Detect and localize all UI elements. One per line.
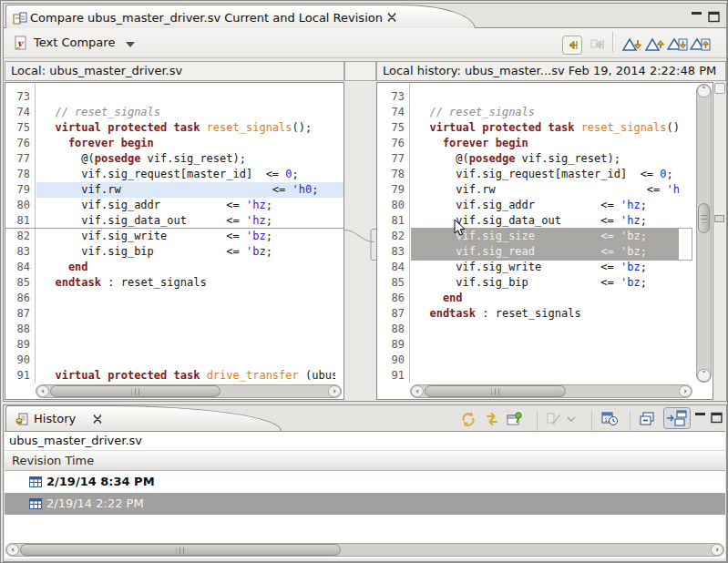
- right-line-number-ruler: 73747576777879808182838485868788899091: [377, 83, 410, 384]
- history-horizontal-scrollbar[interactable]: ‹ ›: [5, 543, 724, 557]
- copy-all-left-icon-disabled[interactable]: [588, 36, 608, 55]
- code-line[interactable]: @(posedge vif.sig_reset);: [416, 151, 620, 167]
- pin-view-icon[interactable]: [506, 410, 524, 428]
- next-change-icon[interactable]: [667, 36, 689, 55]
- scroll-left-icon[interactable]: ‹: [6, 544, 19, 556]
- code-line[interactable]: @(posedge vif.sig_reset);: [42, 151, 246, 167]
- vertical-scrollbar[interactable]: ˄ ˅: [696, 84, 712, 383]
- scroll-right-icon[interactable]: ›: [711, 544, 723, 556]
- history-hscroll-thumb[interactable]: [20, 544, 341, 556]
- next-difference-icon[interactable]: [621, 36, 643, 55]
- line-number: 76: [5, 136, 30, 151]
- code-line[interactable]: vif.sig_request[master_id] <= 0;: [42, 167, 299, 182]
- show-time-icon[interactable]: 12: [600, 410, 619, 428]
- code-line[interactable]: vif.rw <= 'h0;: [42, 182, 318, 198]
- code-line[interactable]: forever begin: [416, 136, 528, 151]
- previous-change-icon[interactable]: [690, 36, 712, 55]
- right-code-area[interactable]: // reset_signals virtual protected task …: [411, 83, 679, 384]
- line-number: 79: [5, 182, 30, 198]
- tab-history[interactable]: History: [5, 405, 282, 431]
- scroll-up-icon[interactable]: ˄: [697, 85, 711, 97]
- scroll-right-icon[interactable]: ›: [328, 385, 341, 397]
- history-minimize-button[interactable]: [694, 412, 707, 424]
- right-pane-header: Local history: ubus_master...sv Feb 19, …: [376, 61, 726, 81]
- code-line[interactable]: endtask : reset_signals: [416, 306, 581, 322]
- compare-mode-toggle-pressed[interactable]: [663, 407, 691, 429]
- revision-icon: [29, 476, 42, 487]
- right-hscroll-thumb[interactable]: [425, 385, 566, 397]
- right-horizontal-scrollbar[interactable]: ‹ ›: [410, 384, 692, 398]
- line-number: 82: [5, 229, 30, 244]
- compare-mode-icon-disabled[interactable]: [545, 410, 563, 428]
- scroll-left-icon[interactable]: ‹: [411, 385, 424, 397]
- copy-current-change-left-icon[interactable]: [562, 36, 582, 55]
- line-number: 78: [5, 167, 30, 182]
- line-number: 91: [5, 368, 30, 384]
- refresh-icon[interactable]: [459, 410, 477, 428]
- code-line[interactable]: end: [416, 291, 463, 306]
- left-horizontal-scrollbar[interactable]: ‹ ›: [36, 384, 342, 398]
- editor-maximize-button[interactable]: [708, 11, 721, 23]
- scroll-right-icon[interactable]: ›: [679, 385, 692, 397]
- history-maximize-button[interactable]: [711, 412, 723, 424]
- code-line[interactable]: vif.sig_data_out <= 'hz;: [42, 213, 272, 229]
- line-number: 73: [377, 89, 405, 105]
- code-line[interactable]: vif.sig_write <= 'bz;: [416, 260, 647, 275]
- revision-icon: [29, 498, 42, 509]
- code-line[interactable]: vif.sig_bip <= 'bz;: [416, 275, 647, 291]
- code-line[interactable]: virtual protected task reset_signals();: [42, 120, 312, 136]
- line-number: 77: [5, 151, 30, 167]
- line-number: 80: [5, 198, 30, 213]
- line-number: 88: [377, 322, 405, 337]
- code-line[interactable]: forever begin: [42, 136, 154, 151]
- vscroll-thumb[interactable]: [698, 203, 710, 233]
- code-line[interactable]: vif.sig_data_out <= 'hz;: [416, 213, 647, 229]
- history-view-icon: [15, 412, 30, 426]
- view-mode-dropdown-icon[interactable]: [126, 42, 135, 47]
- line-number: 79: [377, 182, 405, 198]
- revision-row[interactable]: 2/19/14 2:22 PM: [5, 493, 725, 515]
- diff-overview-marker[interactable]: [714, 215, 724, 222]
- tab-compare-editor[interactable]: Compare ubus_master_driver.sv Current an…: [5, 5, 476, 29]
- revision-row[interactable]: 2/19/14 8:34 PM: [5, 471, 725, 493]
- compare-mode-dropdown-icon[interactable]: [567, 416, 576, 422]
- history-tab-close-icon[interactable]: [92, 414, 103, 425]
- code-line[interactable]: // reset_signals: [416, 105, 535, 120]
- overview-ruler-header[interactable]: [714, 83, 725, 94]
- link-with-editor-icon[interactable]: [483, 410, 501, 428]
- line-number: 83: [377, 244, 405, 260]
- line-number: 89: [377, 337, 405, 353]
- editor-minimize-button[interactable]: [691, 11, 703, 23]
- left-code-area[interactable]: // reset_signals virtual protected task …: [36, 83, 335, 384]
- code-line[interactable]: vif.sig_read <= 'bz;: [416, 244, 647, 260]
- code-line[interactable]: virtual protected task drive_transfer (u…: [42, 368, 335, 384]
- code-line[interactable]: vif.sig_size <= 'bz;: [416, 229, 647, 244]
- code-line[interactable]: // reset_signals: [42, 105, 160, 120]
- line-number: 91: [377, 368, 405, 384]
- code-line[interactable]: endtask : reset_signals: [42, 275, 207, 291]
- editor-tab-close-icon[interactable]: [386, 12, 397, 23]
- previous-difference-icon[interactable]: [644, 36, 666, 55]
- scroll-left-icon[interactable]: ‹: [36, 385, 49, 397]
- revision-time: 2/19/14 8:34 PM: [46, 471, 155, 493]
- code-line[interactable]: vif.sig_request[master_id] <= 0;: [416, 167, 673, 182]
- collapse-all-icon[interactable]: [639, 410, 657, 428]
- line-number: 87: [377, 306, 405, 322]
- code-line[interactable]: vif.sig_addr <= 'hz;: [416, 198, 647, 213]
- line-number: 84: [377, 260, 405, 275]
- compare-toolbar: v Text Compare: [4, 28, 726, 58]
- code-line[interactable]: vif.rw <= 'h0;: [416, 182, 679, 198]
- code-line[interactable]: virtual protected task reset_signals();: [416, 120, 679, 136]
- diff-connector-gap: [344, 82, 376, 400]
- code-line[interactable]: end: [42, 260, 88, 275]
- code-line[interactable]: vif.sig_write <= 'bz;: [42, 229, 272, 244]
- line-number: 89: [5, 337, 30, 353]
- line-number: 74: [5, 105, 30, 120]
- line-number: 85: [5, 275, 30, 291]
- left-hscroll-thumb[interactable]: [50, 385, 220, 397]
- mouse-cursor: [454, 219, 467, 237]
- code-line[interactable]: vif.sig_bip <= 'bz;: [42, 244, 272, 260]
- scroll-down-icon[interactable]: ˅: [697, 369, 711, 382]
- revision-time-column-header[interactable]: Revision Time: [5, 451, 725, 471]
- code-line[interactable]: vif.sig_addr <= 'hz;: [42, 198, 272, 213]
